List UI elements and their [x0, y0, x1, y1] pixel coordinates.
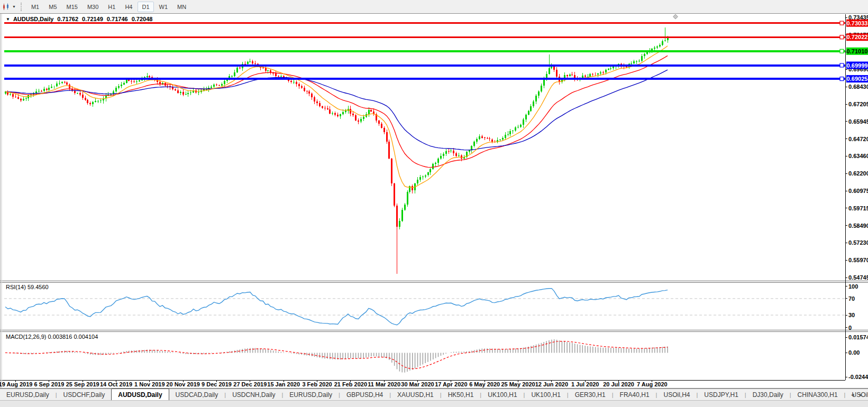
symbol-label: AUDUSD,Daily	[13, 16, 53, 22]
dropdown-caret-icon: ▼	[12, 5, 16, 8]
tab-11-ger30-h1[interactable]: GER30,H1	[569, 389, 612, 401]
date-tick-label: 9 Dec 2019	[202, 381, 232, 387]
chart-title: ▼AUDUSD,Daily0.717620.721490.717460.7204…	[6, 16, 156, 22]
price-chart[interactable]: 0.734350.721750.709500.696900.684300.672…	[0, 13, 868, 389]
tab-7-xauusd-h1[interactable]: XAUUSD,H1	[391, 389, 440, 401]
macd-label: MACD(12,26,9) 0.003816 0.004104	[6, 334, 98, 340]
date-tick-label: 1 Jul 2020	[571, 381, 599, 387]
mt4-window: { "toolbar": { "timeframes": ["M1","M5",…	[0, 0, 868, 407]
toolbar-grip	[21, 3, 23, 11]
tab-9-uk100-h1[interactable]: UK100,H1	[481, 389, 523, 401]
tab-6-gbpusd-h4[interactable]: GBPUSD,H4	[340, 389, 389, 401]
price-tick-label: 0.68430	[848, 84, 868, 90]
price-tick-label: 0.64720	[848, 136, 868, 142]
high-value: 0.72149	[82, 16, 103, 22]
date-tick-label: 25 May 2020	[501, 381, 535, 387]
moving-average-fast-line[interactable]	[5, 46, 668, 188]
rsi-tick-label: 0	[848, 325, 852, 331]
tab-12-fra40-h1[interactable]: FRA40,H1	[614, 389, 656, 401]
date-tick-label: 20 Nov 2019	[166, 381, 200, 387]
hline-anchor-handle[interactable]	[840, 63, 844, 67]
tab-8-hk50-h1[interactable]: HK50,H1	[442, 389, 480, 401]
timeframe-button-w1[interactable]: W1	[155, 2, 172, 12]
hline-price-badge-label: 0.73033	[847, 20, 868, 26]
timeframe-button-m30[interactable]: M30	[83, 2, 103, 12]
price-tick-label: 0.55970	[848, 257, 868, 263]
date-tick-label: 25 Sep 2019	[66, 381, 99, 387]
hline-0.71010[interactable]	[4, 50, 845, 52]
chart-window: 0.734350.721750.709500.696900.684300.672…	[0, 13, 868, 389]
date-tick-label: 12 Jun 2020	[535, 381, 568, 387]
date-tick-label: 7 Aug 2020	[637, 381, 668, 387]
date-tick-label: 19 Aug 2019	[0, 381, 32, 387]
down-candle-wicks	[8, 60, 626, 274]
tab-1-usdchf-daily[interactable]: USDCHF,Daily	[57, 389, 112, 401]
candlestick-tool-icon	[2, 3, 11, 11]
close-value: 0.72048	[132, 16, 153, 22]
rsi-tick-label: 70	[848, 295, 855, 302]
hline-anchor-handle[interactable]	[840, 35, 844, 39]
tab-10-uk100-h1[interactable]: UK100,H1	[525, 389, 567, 401]
chart-tool-button[interactable]: ▼	[0, 2, 17, 12]
date-tick-label: 1 Nov 2019	[134, 381, 165, 387]
date-tick-label: 6 Sep 2019	[34, 381, 64, 387]
hline-anchor-handle[interactable]	[840, 77, 844, 81]
timeframe-button-mn[interactable]: MN	[173, 2, 190, 12]
tab-scroll-right-icon[interactable]: ►	[858, 392, 863, 397]
open-value: 0.71762	[57, 16, 78, 22]
price-tick-label: 0.57230	[848, 239, 868, 246]
hline-price-badge-label: 0.69025	[847, 76, 868, 82]
hline-price-badge-label: 0.72022	[847, 34, 868, 40]
macd-tick-label: 0.015741	[848, 334, 868, 340]
tab-scroll-left-icon[interactable]: ◄	[850, 392, 855, 397]
tab-3-usdcad-daily[interactable]: USDCAD,Daily	[169, 389, 225, 401]
rsi-tick-label: 100	[848, 283, 858, 290]
date-tick-label: 17 Apr 2020	[435, 381, 467, 387]
tab-16-china300-h1[interactable]: CHINA300,H1	[791, 389, 844, 401]
chart-tabs: EURUSD,Daily|USDCHF,DailyAUDUSD,DailyUSD…	[0, 389, 845, 401]
tab-4-usdcnh-daily[interactable]: USDCNH,Daily	[226, 389, 281, 401]
hline-0.72022[interactable]	[4, 36, 845, 38]
date-tick-label: 11 Mar 2020	[368, 381, 400, 387]
timeframe-button-d1[interactable]: D1	[138, 2, 153, 12]
date-tick-label: 20 Jul 2020	[603, 381, 634, 387]
price-tick-label: 0.60975	[848, 188, 868, 194]
timeframe-button-m5[interactable]: M5	[44, 2, 61, 12]
hline-anchor-handle[interactable]	[840, 21, 844, 25]
price-tick-label: 0.65945	[848, 118, 868, 125]
chart-shift-marker-icon[interactable]	[673, 14, 678, 19]
macd-tick-label: -0.024412	[848, 374, 868, 380]
macd-tick-label: 0.00	[848, 349, 860, 356]
tab-5-eurusd-daily[interactable]: EURUSD,Daily	[283, 389, 339, 401]
macd-signal-line	[5, 341, 668, 369]
collapse-triangle-icon[interactable]: ▼	[6, 17, 10, 22]
date-tick-label: 15 Jan 2020	[267, 381, 300, 387]
tab-13-usoil-h4[interactable]: USOil,H4	[657, 389, 696, 401]
date-tick-label: 6 May 2020	[469, 381, 500, 387]
timeframe-button-h4[interactable]: H4	[121, 2, 136, 12]
window-bottom-strip	[0, 400, 868, 407]
tab-15-dj30-daily[interactable]: DJ30,Daily	[746, 389, 790, 401]
price-tick-label: 0.58490	[848, 223, 868, 229]
hline-0.69999[interactable]	[4, 64, 845, 67]
hline-anchor-handle[interactable]	[840, 49, 844, 53]
tab-14-usdjpy-h1[interactable]: USDJPY,H1	[698, 389, 744, 401]
price-tick-label: 0.67205	[848, 101, 868, 107]
price-tick-label: 0.63460	[848, 153, 868, 159]
tab-0-eurusd-daily[interactable]: EURUSD,Daily	[0, 389, 56, 401]
hline-0.69025[interactable]	[4, 78, 845, 80]
rsi-label: RSI(14) 59.4560	[6, 284, 49, 290]
timeframe-button-m1[interactable]: M1	[27, 2, 43, 12]
timeframe-button-m15[interactable]: M15	[62, 2, 82, 12]
rsi-tick-label: 30	[848, 312, 855, 318]
hline-0.73033[interactable]	[4, 22, 845, 24]
chart-tabs-bar: EURUSD,Daily|USDCHF,DailyAUDUSD,DailyUSD…	[0, 388, 868, 401]
up-candle-wicks	[5, 27, 668, 229]
timeframe-button-h1[interactable]: H1	[104, 2, 120, 12]
price-tick-label: 0.62200	[848, 170, 868, 177]
date-tick-label: 27 Dec 2019	[233, 381, 267, 387]
moving-average-slow-line[interactable]	[5, 70, 668, 150]
tab-2-audusd-daily[interactable]: AUDUSD,Daily	[111, 388, 169, 401]
tab-scroll-arrows: ◄ ►	[845, 389, 868, 401]
macd-histogram	[5, 339, 668, 373]
